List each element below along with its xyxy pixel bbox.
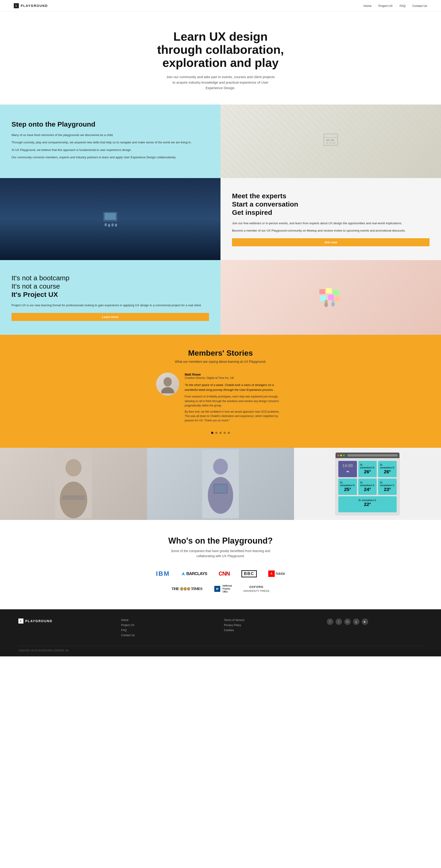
navbar: 1 PLAYGROUND Home Project UX FAQ Contact… xyxy=(0,0,441,12)
footer: 1 PLAYGROUND Home Project UX FAQ Contact… xyxy=(0,609,441,656)
hero-description: Join our community and take part in even… xyxy=(165,74,276,91)
footer-legal-links: Terms of Service Privacy Policy Cookies xyxy=(224,619,320,639)
whos-on-heading: Who's on the Playground? xyxy=(14,536,427,546)
meet-experts-para1: Join our free webinars or in-person even… xyxy=(232,221,430,226)
svg-rect-14 xyxy=(319,289,325,294)
testimonial-avatar xyxy=(156,373,179,396)
dot-3[interactable] xyxy=(219,432,222,434)
svg-rect-6 xyxy=(333,142,335,144)
svg-point-24 xyxy=(163,377,172,386)
svg-point-12 xyxy=(112,223,114,226)
whos-on-section: Who's on the Playground? Some of the com… xyxy=(0,520,441,610)
hero-section: Learn UX design through collaboration, e… xyxy=(0,12,441,104)
step-onto-heading: Step onto the Playground xyxy=(11,120,209,128)
svg-rect-19 xyxy=(335,296,341,302)
nav-project-ux[interactable]: Project UX xyxy=(379,4,393,8)
step-onto-para3: At UX Playground, we believe that this a… xyxy=(11,148,209,153)
svg-rect-29 xyxy=(62,495,85,500)
footer-copyright: ©2023 BY UX PLAYGROUND LONDON, UK xyxy=(19,649,69,652)
step-onto-image xyxy=(220,104,441,178)
nav-faq[interactable]: FAQ xyxy=(400,4,406,8)
nav-contact[interactable]: Contact Us xyxy=(412,4,427,8)
testimonial-name: Matt Rowe xyxy=(185,373,285,376)
meet-experts-section: Meet the experts Start a conversation Ge… xyxy=(0,178,441,260)
adobe-icon-letter: A xyxy=(271,572,273,575)
meet-experts-image xyxy=(0,178,220,260)
footer-nav-contact[interactable]: Contact Us xyxy=(121,634,135,637)
svg-point-11 xyxy=(108,224,110,227)
svg-rect-2 xyxy=(326,139,329,141)
logo-oxford: OXFORDUNIVERSITY PRESS xyxy=(243,585,270,592)
hero-heading: Learn UX design through collaboration, e… xyxy=(5,30,436,70)
project-ux-section: It's not a bootcamp It's not a course It… xyxy=(0,260,441,335)
testimonial-content: Matt Rowe Creative Director, Digital at … xyxy=(185,373,285,425)
project-ux-image xyxy=(220,260,441,335)
project-showcase-section: 14:00 ☁ St. somewhere N. 26° St. somewhe… xyxy=(0,448,441,520)
social-twitter[interactable]: t xyxy=(336,619,342,625)
footer-social: f t in g ▶ xyxy=(327,619,423,639)
logos-grid: IBM BARCLAYS CNN BBC A Adobe THE 🦁🦁🦁 TIM… xyxy=(152,570,289,593)
dot-5[interactable] xyxy=(228,432,230,434)
join-now-button[interactable]: Join now xyxy=(232,238,430,246)
social-googleplus[interactable]: g xyxy=(353,619,359,625)
footer-logo-icon: 1 xyxy=(20,620,22,622)
whos-on-subtitle: Some of the companies that have greatly … xyxy=(170,549,271,559)
logo-box: 1 xyxy=(14,3,19,8)
testimonial-body2: By then end, we felt confident in how we… xyxy=(185,410,285,423)
dot-2[interactable] xyxy=(215,432,218,434)
footer-nav-home[interactable]: Home xyxy=(121,619,129,622)
svg-point-31 xyxy=(213,459,228,475)
showcase-image-1 xyxy=(0,448,147,520)
step-onto-para2: Through curiosity, play and companionshi… xyxy=(11,140,209,145)
step-onto-section: Step onto the Playground Many of us have… xyxy=(0,104,441,178)
dot-1[interactable] xyxy=(211,432,213,434)
step-onto-para1: Many of us have fond memories of the pla… xyxy=(11,132,209,137)
testimonial-role: Creative Director, Digital at Time Inc. … xyxy=(185,376,285,379)
logo-ip-office: IP IntellectualPropertyOffice xyxy=(214,584,232,593)
footer-privacy[interactable]: Privacy Policy xyxy=(224,624,241,627)
logo-icon: 1 xyxy=(15,4,17,7)
step-onto-text: Step onto the Playground Many of us have… xyxy=(0,104,220,178)
nav-links: Home Project UX FAQ Contact Us xyxy=(364,4,427,8)
svg-point-23 xyxy=(332,299,335,303)
svg-point-27 xyxy=(65,459,82,476)
social-facebook[interactable]: f xyxy=(327,619,333,625)
footer-logo: 1 PLAYGROUND xyxy=(19,619,115,624)
testimonial-block: Matt Rowe Creative Director, Digital at … xyxy=(156,373,285,425)
svg-point-10 xyxy=(104,223,107,226)
footer-logo-text: PLAYGROUND xyxy=(25,619,52,623)
project-ux-para1: Project UX is our new learning format fo… xyxy=(11,303,209,308)
showcase-image-2 xyxy=(147,448,294,520)
svg-rect-34 xyxy=(214,485,227,493)
svg-rect-18 xyxy=(328,295,334,300)
svg-point-13 xyxy=(115,223,117,227)
logo-times: THE 🦁🦁🦁 TIMES xyxy=(171,587,202,591)
svg-rect-4 xyxy=(326,142,328,144)
footer-inner: 1 PLAYGROUND Home Project UX FAQ Contact… xyxy=(19,619,422,639)
social-youtube[interactable]: ▶ xyxy=(362,619,368,625)
footer-nav-project-ux[interactable]: Project UX xyxy=(121,624,134,627)
footer-brand: 1 PLAYGROUND xyxy=(19,619,115,639)
svg-point-25 xyxy=(161,387,174,393)
showcase-app-screen: 14:00 ☁ St. somewhere N. 26° St. somewhe… xyxy=(294,448,441,520)
testimonial-dots xyxy=(5,432,436,434)
svg-point-32 xyxy=(208,477,233,514)
footer-nav-faq[interactable]: FAQ xyxy=(121,629,127,632)
nav-home[interactable]: Home xyxy=(364,4,372,8)
learn-more-button[interactable]: Learn more xyxy=(11,313,209,321)
footer-terms[interactable]: Terms of Service xyxy=(224,619,244,622)
social-linkedin[interactable]: in xyxy=(344,619,351,625)
svg-rect-5 xyxy=(329,142,332,144)
dot-4[interactable] xyxy=(223,432,226,434)
svg-rect-15 xyxy=(326,288,332,293)
svg-rect-16 xyxy=(333,290,339,295)
project-ux-text: It's not a bootcamp It's not a course It… xyxy=(0,260,220,335)
meet-experts-para2: Become a member of our UX Playground com… xyxy=(232,228,430,233)
logo-adobe: A Adobe xyxy=(268,570,285,577)
members-stories-heading: Members' Stories xyxy=(5,348,436,358)
svg-rect-3 xyxy=(331,139,334,141)
nav-logo[interactable]: 1 PLAYGROUND xyxy=(14,3,48,8)
step-onto-para4: Our community connects members, experts … xyxy=(11,155,209,160)
footer-cookies[interactable]: Cookies xyxy=(224,629,234,632)
project-ux-heading: It's not a bootcamp It's not a course It… xyxy=(11,274,209,299)
